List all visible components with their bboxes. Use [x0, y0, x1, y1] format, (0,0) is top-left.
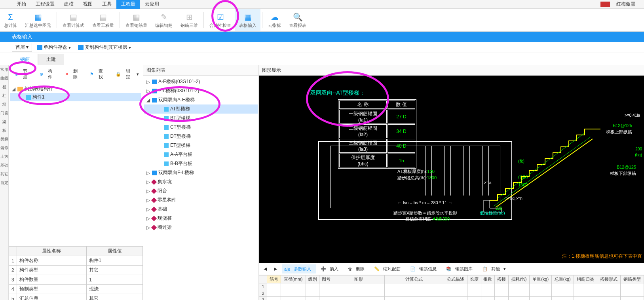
menu-model[interactable]: 建模 — [59, 0, 78, 9]
prop-row[interactable]: 5汇总信息其它 — [9, 294, 143, 300]
tree-root[interactable]: ◢ 钢筋表格构件 — [10, 85, 141, 93]
col-header[interactable]: 图号 — [319, 275, 333, 283]
atlas-node[interactable]: ET型楼梯 — [144, 141, 258, 150]
diagram-area[interactable]: 双网双向--AT型楼梯： 名 称数 值 一级钢筋锚固(la1)27 D 二级钢筋… — [259, 76, 644, 263]
atlas-node[interactable]: AT型楼梯 — [144, 104, 258, 114]
prop-row[interactable]: 1构件名称构件1 — [9, 256, 143, 266]
tree-child[interactable]: 构件1 — [10, 93, 141, 101]
atlas-node[interactable]: ▷现浇桩 — [144, 214, 258, 223]
col-header[interactable]: 直径(mm) — [281, 275, 306, 283]
prop-row[interactable]: 3构件数量1 — [9, 275, 143, 285]
side-door[interactable]: 门窗 — [0, 109, 8, 118]
rebar-lib-button[interactable]: 📚 钢筋图库 — [444, 264, 477, 273]
col-header[interactable]: 图形 — [333, 275, 384, 283]
col-header[interactable]: 搭接 — [495, 275, 509, 283]
side-slab[interactable]: 板 — [0, 126, 8, 135]
col-header[interactable]: 长度 — [467, 275, 481, 283]
col-header[interactable]: 公式描述 — [444, 275, 467, 283]
calc-total-button[interactable]: Σ总计算 — [0, 9, 21, 31]
view-formula-button[interactable]: ▤查看计算式 — [59, 9, 88, 31]
atlas-node[interactable]: ▷零星构件 — [144, 196, 258, 205]
cloud-index-button[interactable]: ☁云指标 — [264, 9, 285, 31]
lock-button[interactable]: 🔒锁定 ▾ — [112, 66, 141, 82]
col-header[interactable]: 损耗(%) — [508, 275, 530, 283]
edit-rebar-button[interactable]: ✎编辑钢筋 — [151, 9, 177, 31]
prop-row[interactable]: 2构件类型其它 — [9, 266, 143, 275]
save-component-button[interactable]: 单构件存盘 ▾ — [34, 43, 73, 51]
node-button[interactable]: ⊕节点 — [11, 66, 35, 82]
col-header[interactable]: 计算公式 — [384, 275, 444, 283]
menu-view[interactable]: 视图 — [78, 0, 97, 9]
col-header[interactable]: 级别 — [306, 275, 319, 283]
side-common[interactable]: 常用 — [0, 65, 8, 74]
copy-component-button[interactable]: 复制构件到其它楼层 ▾ — [76, 43, 133, 51]
atlas-node[interactable]: BT型楼梯 — [144, 114, 258, 123]
menu-quantity[interactable]: 工程量 — [116, 0, 140, 9]
insert-button[interactable]: ➕ 插入 — [318, 264, 343, 273]
col-header[interactable]: 单重(kg) — [530, 275, 552, 283]
other-button[interactable]: 📋 其他 ▾ — [480, 264, 508, 273]
floor-selector[interactable]: 首层 ▾ — [12, 43, 32, 52]
ribbon: Σ总计算 ▦汇总选中图元 ▤查看计算式 ▤查看工程量 ▦查看钢筋量 ✎编辑钢筋 … — [0, 9, 644, 32]
col-header[interactable]: 筋号 — [267, 275, 281, 283]
table-row[interactable]: 1 — [259, 283, 644, 290]
menu-tools[interactable]: 工具 — [97, 0, 116, 9]
atlas-node[interactable]: CT型楼梯 — [144, 123, 258, 132]
param-input-button[interactable]: a|e 参数输入 — [282, 264, 316, 273]
rebar-3d-button[interactable]: ⊞钢筋三维 — [177, 9, 202, 31]
scale-button[interactable]: 📏 缩尺配筋 — [372, 264, 405, 273]
side-custom[interactable]: 自定 — [0, 178, 8, 187]
delete-rebar-button[interactable]: 🗑 删除 — [346, 264, 369, 273]
side-finish[interactable]: 装修 — [0, 144, 8, 152]
atlas-node[interactable]: ▷阳台 — [144, 186, 258, 196]
view-report-button[interactable]: 🔍查看报表 — [285, 9, 310, 31]
table-row[interactable]: 3 — [259, 297, 644, 300]
atlas-node[interactable]: ▷基础 — [144, 205, 258, 214]
view-rebar-button[interactable]: ▦查看钢筋量 — [122, 9, 151, 31]
secondary-toolbar: 首层 ▾ 单构件存盘 ▾ 复制构件到其它楼层 ▾ — [0, 42, 644, 53]
nav-left-button[interactable]: ◀ — [261, 266, 269, 272]
view-quantity-button[interactable]: ▤查看工程量 — [88, 9, 118, 31]
side-pile[interactable]: 桩 — [0, 83, 8, 91]
atlas-node[interactable]: ▷双网双向F-L楼梯 — [144, 168, 258, 177]
side-foundation[interactable]: 基础 — [0, 161, 8, 170]
atlas-node[interactable]: ▷A-E楼梯(03G101-2) — [144, 77, 258, 86]
atlas-node[interactable]: ▷圈过梁 — [144, 223, 258, 232]
component-button[interactable]: ⊕构件 — [36, 66, 60, 82]
atlas-node[interactable]: A-A平台板 — [144, 150, 258, 159]
atlas-node[interactable]: B-B平台板 — [144, 159, 258, 168]
atlas-label: 阳台 — [158, 188, 167, 194]
side-other[interactable]: 其它 — [0, 170, 8, 178]
side-wall[interactable]: 墙 — [0, 100, 8, 109]
table-input-button[interactable]: ▦表格输入 — [235, 9, 260, 31]
menu-project[interactable]: 工程设置 — [31, 0, 59, 9]
atlas-node[interactable]: ◢双网双向A-E楼梯 — [144, 95, 258, 104]
col-header[interactable]: 钢筋类型 — [620, 275, 644, 283]
tab-rebar[interactable]: 钢筋 — [12, 54, 38, 65]
menu-start[interactable]: 开始 — [12, 0, 31, 9]
col-header[interactable]: 根数 — [481, 275, 495, 283]
side-curve[interactable]: 曲线 — [0, 74, 8, 83]
table-row[interactable]: 2 — [259, 290, 644, 297]
col-header[interactable]: 搭接形式 — [597, 275, 620, 283]
menu-cloud[interactable]: 云应用 — [140, 0, 164, 9]
side-beam[interactable]: 梁 — [0, 118, 8, 126]
validate-button[interactable]: ☑合法性检查 — [205, 9, 235, 31]
col-header[interactable]: 总重(kg) — [551, 275, 574, 283]
side-column[interactable]: 柱 — [0, 91, 8, 100]
col-header[interactable]: 钢筋归类 — [574, 275, 597, 283]
prop-row[interactable]: 4预制类型现浇 — [9, 285, 143, 294]
rebar-info-button[interactable]: 📄 钢筋信息 — [408, 264, 441, 273]
delete-button[interactable]: ✕删除 — [61, 66, 85, 82]
atlas-node[interactable]: DT型楼梯 — [144, 132, 258, 141]
bottom-bar: ◀ ▶ a|e 参数输入 ➕ 插入 🗑 删除 📏 缩尺配筋 📄 钢筋信息 📚 钢… — [259, 263, 644, 300]
side-stair[interactable]: 类梯 — [0, 135, 8, 144]
find-button[interactable]: ⚑查找 — [86, 66, 110, 82]
summary-selected-button[interactable]: ▦汇总选中图元 — [21, 9, 55, 31]
side-earth[interactable]: 土方 — [0, 152, 8, 161]
nav-right-button[interactable]: ▶ — [272, 266, 279, 272]
atlas-node[interactable]: ▷F-L楼梯(03G101-2) — [144, 86, 258, 95]
atlas-node[interactable]: ▷集水坑 — [144, 177, 258, 186]
tab-civil[interactable]: 土建 — [38, 54, 64, 65]
user-badge[interactable]: 红梅傲雪 — [600, 0, 640, 9]
